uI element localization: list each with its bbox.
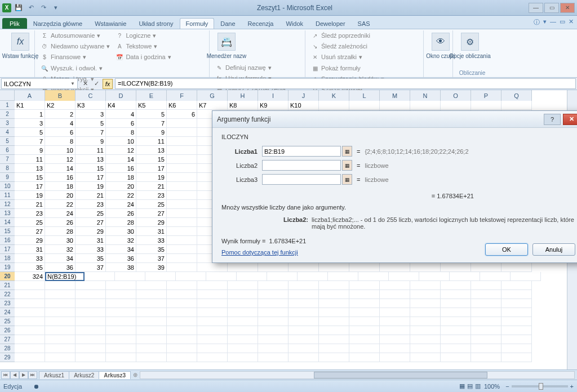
cell[interactable]: 27 <box>15 227 45 236</box>
cell[interactable]: 17 <box>15 182 45 191</box>
cell[interactable]: 29 <box>136 218 167 227</box>
cell[interactable] <box>167 299 197 308</box>
lookup-button[interactable]: 🔍Wyszuk. i odwoł. ▾ <box>38 63 105 73</box>
cell[interactable] <box>410 344 441 353</box>
cell[interactable]: 19 <box>76 182 106 191</box>
cell[interactable]: 35 <box>136 245 167 254</box>
cell[interactable] <box>410 308 441 317</box>
cell[interactable] <box>167 182 197 191</box>
column-header[interactable]: M <box>380 90 410 101</box>
cell[interactable]: K2 <box>45 101 76 110</box>
cell[interactable] <box>319 344 349 353</box>
column-header[interactable]: B <box>45 90 76 101</box>
date-button[interactable]: 📅Data i godzina ▾ <box>113 52 173 62</box>
cell[interactable] <box>349 317 380 326</box>
new-sheet-icon[interactable]: ⊕ <box>133 372 137 378</box>
cell[interactable] <box>167 155 197 164</box>
cell[interactable]: 7 <box>136 119 167 128</box>
cell[interactable] <box>15 344 45 353</box>
cell[interactable] <box>197 281 228 290</box>
name-manager-button[interactable]: 📇 Menedżer nazw <box>213 30 240 61</box>
window-restore-icon[interactable]: ▭ <box>560 18 565 26</box>
cell[interactable] <box>197 299 228 308</box>
cell[interactable]: 12 <box>45 155 76 164</box>
cell[interactable] <box>167 308 197 317</box>
cell[interactable]: 14 <box>106 155 136 164</box>
dialog-help-link[interactable]: Pomoc dotycząca tej funkcji <box>221 249 298 256</box>
cell[interactable]: 18 <box>106 173 136 182</box>
row-header[interactable]: 29 <box>0 353 15 362</box>
cell[interactable]: 15 <box>136 155 167 164</box>
calc-options-button[interactable]: ⚙ Opcje obliczania <box>456 30 483 61</box>
row-header[interactable]: 6 <box>0 146 15 155</box>
cell[interactable]: 16 <box>45 173 76 182</box>
cell[interactable] <box>380 317 410 326</box>
cell[interactable] <box>145 272 176 281</box>
cell[interactable] <box>115 272 145 281</box>
tab-widok[interactable]: Widok <box>279 18 309 29</box>
cell[interactable] <box>380 326 410 335</box>
cell[interactable]: 11 <box>76 146 106 155</box>
cell[interactable]: 33 <box>76 245 106 254</box>
cell[interactable]: 10 <box>45 146 76 155</box>
cell[interactable] <box>471 326 501 335</box>
row-header[interactable]: 5 <box>0 137 15 146</box>
cell[interactable]: 32 <box>45 245 76 254</box>
cell[interactable]: 7 <box>76 128 106 137</box>
cell[interactable] <box>471 344 501 353</box>
minimize-ribbon-icon[interactable]: ▾ <box>543 18 547 26</box>
cell[interactable] <box>228 335 258 344</box>
cell[interactable] <box>471 353 501 362</box>
cell[interactable] <box>358 272 389 281</box>
cell[interactable]: 30 <box>45 236 76 245</box>
cell[interactable] <box>167 227 197 236</box>
cell[interactable] <box>410 101 441 110</box>
cell[interactable] <box>106 299 136 308</box>
cell[interactable] <box>167 290 197 299</box>
row-header[interactable]: 13 <box>0 209 15 218</box>
cell[interactable]: 4 <box>45 119 76 128</box>
cell[interactable] <box>167 344 197 353</box>
cell[interactable] <box>15 326 45 335</box>
cell[interactable]: 26 <box>106 209 136 218</box>
cell[interactable] <box>15 308 45 317</box>
sheet-prev-icon[interactable]: ◀ <box>10 371 19 379</box>
cell[interactable] <box>471 101 501 110</box>
cell[interactable] <box>258 335 288 344</box>
row-header[interactable]: 2 <box>0 110 15 119</box>
sheet-tab[interactable]: Arkusz3 <box>99 371 131 379</box>
cell[interactable] <box>197 335 228 344</box>
cell[interactable] <box>15 290 45 299</box>
cell[interactable] <box>471 335 501 344</box>
cell[interactable]: 34 <box>106 245 136 254</box>
define-name-button[interactable]: ✎Definiuj nazwę ▾ <box>213 63 288 73</box>
cell[interactable] <box>45 317 76 326</box>
cell[interactable] <box>319 317 349 326</box>
chevron-down-icon[interactable]: ▼ <box>70 81 75 86</box>
cell[interactable]: 23 <box>76 200 106 209</box>
cell[interactable] <box>349 263 380 272</box>
macro-record-icon[interactable]: ⏺ <box>33 383 39 390</box>
cell[interactable] <box>501 281 532 290</box>
cell[interactable] <box>288 308 319 317</box>
cell[interactable] <box>501 344 532 353</box>
cell[interactable] <box>136 353 167 362</box>
cell[interactable]: 31 <box>76 236 106 245</box>
cell[interactable] <box>167 119 197 128</box>
cell[interactable] <box>471 308 501 317</box>
cell[interactable]: 25 <box>76 209 106 218</box>
tab-narzędzia-główne[interactable]: Narzędzia główne <box>27 18 88 29</box>
cell[interactable] <box>106 317 136 326</box>
column-header[interactable]: K <box>319 90 349 101</box>
cell[interactable]: 324 <box>15 272 45 281</box>
window-close-icon[interactable]: ✕ <box>569 18 574 26</box>
row-header[interactable]: 7 <box>0 155 15 164</box>
cell[interactable]: 20 <box>106 182 136 191</box>
cell[interactable]: 31 <box>136 227 167 236</box>
cell[interactable] <box>410 326 441 335</box>
cell[interactable]: 35 <box>15 263 45 272</box>
cell[interactable] <box>106 326 136 335</box>
cell[interactable] <box>197 308 228 317</box>
cell[interactable] <box>258 308 288 317</box>
cell[interactable] <box>167 353 197 362</box>
